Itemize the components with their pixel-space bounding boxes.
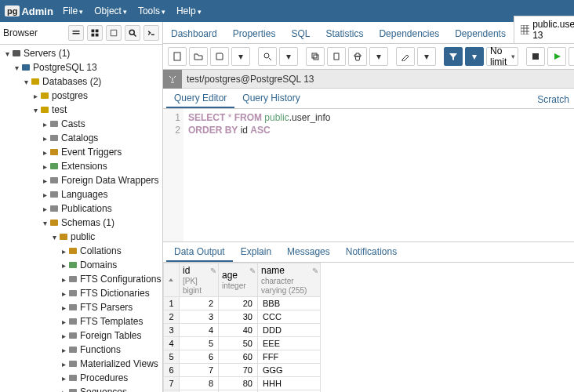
expand-toggle[interactable]: ▸ [60, 374, 67, 383]
cell-age[interactable]: 80 [219, 377, 258, 390]
browser-terminal-icon[interactable] [144, 25, 159, 41]
tab-data-output[interactable]: Data Output [166, 243, 233, 262]
cell-age[interactable]: 40 [219, 324, 258, 337]
copy-button[interactable] [306, 47, 325, 66]
cell-age[interactable]: 30 [219, 310, 258, 324]
table-row[interactable]: 1220BBB [164, 297, 321, 310]
sql-editor[interactable]: 1 2 SELECT * FROM public.user_info ORDER… [163, 109, 574, 242]
expand-toggle[interactable]: ▸ [41, 191, 49, 199]
expand-toggle[interactable]: ▸ [60, 332, 67, 340]
tree-node[interactable]: ▸Languages [0, 187, 162, 201]
table-row[interactable]: 5660FFF [164, 350, 321, 364]
edit-button[interactable] [396, 47, 415, 66]
cell-age[interactable]: 50 [219, 337, 258, 350]
tree-node[interactable]: ▸Procedures [0, 371, 162, 385]
edit-icon[interactable]: ✎ [312, 267, 318, 275]
cell-age[interactable]: 70 [219, 364, 258, 377]
clear-dropdown[interactable]: ▾ [369, 47, 388, 66]
tree-node[interactable]: ▸Event Triggers [0, 145, 162, 159]
row-header[interactable] [164, 263, 180, 297]
clear-button[interactable] [348, 47, 367, 66]
table-row[interactable]: 7880HHH [164, 377, 321, 390]
find-button[interactable] [258, 47, 277, 66]
table-row[interactable]: 3440DDD [164, 324, 321, 337]
execute-button[interactable] [547, 47, 566, 66]
cell-name[interactable]: DDD [258, 324, 321, 337]
tree-node[interactable]: ▸Collations [0, 244, 162, 258]
find-dropdown[interactable]: ▾ [279, 47, 298, 66]
tree-node[interactable]: ▸FTS Configurations [0, 272, 162, 286]
edit-icon[interactable]: ✎ [249, 267, 256, 275]
browser-grid-icon[interactable] [87, 25, 103, 41]
cell-name[interactable]: FFF [258, 350, 321, 364]
execute-dropdown[interactable]: ▾ [569, 47, 574, 66]
expand-toggle[interactable]: ▸ [41, 176, 49, 185]
expand-toggle[interactable]: ▸ [60, 275, 67, 284]
expand-toggle[interactable]: ▸ [60, 388, 67, 393]
expand-toggle[interactable]: ▸ [41, 134, 49, 143]
expand-toggle[interactable]: ▾ [13, 64, 20, 72]
expand-toggle[interactable]: ▸ [60, 247, 67, 256]
cell-name[interactable]: BBB [258, 297, 321, 310]
tree-node[interactable]: ▾Servers (1) [0, 46, 162, 60]
menu-help[interactable]: Help [176, 5, 202, 16]
tree-node[interactable]: ▸Casts [0, 117, 162, 131]
save-button[interactable] [210, 47, 229, 66]
cell-age[interactable]: 60 [219, 350, 258, 364]
tree-node[interactable]: ▾test [0, 103, 162, 117]
tab-messages[interactable]: Messages [279, 243, 338, 262]
expand-toggle[interactable]: ▸ [60, 303, 67, 312]
tree-node[interactable]: ▸FTS Templates [0, 314, 162, 328]
tree-node[interactable]: ▸Materialized Views [0, 357, 162, 371]
data-grid[interactable]: id[PK] bigint✎ageinteger✎namecharacter v… [163, 263, 574, 392]
tab-dashboard[interactable]: Dashboard [163, 24, 225, 43]
filter-dropdown[interactable]: ▾ [465, 47, 484, 66]
filter-button[interactable] [444, 47, 463, 66]
tree-node[interactable]: ▸FTS Parsers [0, 300, 162, 314]
table-row[interactable]: 4550EEE [164, 337, 321, 350]
tab-explain[interactable]: Explain [233, 243, 279, 262]
tab-query-tool[interactable]: public.user_info/test/postgres@PostgreSQ… [514, 16, 574, 43]
cell-id[interactable]: 4 [180, 324, 219, 337]
cell-name[interactable]: HHH [258, 377, 321, 390]
col-header[interactable]: id[PK] bigint✎ [180, 263, 219, 297]
expand-toggle[interactable]: ▸ [60, 360, 67, 368]
expand-toggle[interactable]: ▾ [41, 219, 49, 227]
tree-node[interactable]: ▸Domains [0, 258, 162, 272]
save-dropdown[interactable]: ▾ [231, 47, 250, 66]
editor-code[interactable]: SELECT * FROM public.user_info ORDER BY … [183, 109, 330, 241]
expand-toggle[interactable]: ▸ [60, 289, 67, 298]
cell-id[interactable]: 5 [180, 337, 219, 350]
tab-statistics[interactable]: Statistics [318, 24, 371, 43]
browser-search-icon[interactable] [125, 25, 140, 41]
cell-id[interactable]: 7 [180, 364, 219, 377]
edit-dropdown[interactable]: ▾ [417, 47, 436, 66]
new-file-button[interactable] [168, 47, 187, 66]
connection-icon[interactable] [163, 70, 182, 89]
tree-node[interactable]: ▸Foreign Data Wrappers [0, 173, 162, 187]
menu-file[interactable]: File [63, 5, 83, 16]
stop-button[interactable] [526, 47, 545, 66]
limit-select[interactable]: No limit [486, 47, 518, 66]
browser-properties-icon[interactable] [68, 25, 84, 41]
tree-node[interactable]: ▸Sequences [0, 385, 162, 392]
col-header[interactable]: ageinteger✎ [219, 263, 258, 297]
expand-toggle[interactable]: ▸ [41, 120, 49, 129]
tree-node[interactable]: ▸FTS Dictionaries [0, 286, 162, 300]
expand-toggle[interactable]: ▸ [60, 261, 67, 270]
expand-toggle[interactable]: ▾ [50, 233, 58, 241]
open-file-button[interactable] [189, 47, 208, 66]
tab-query-history[interactable]: Query History [234, 89, 307, 108]
tree-node[interactable]: ▾Databases (2) [0, 74, 162, 89]
tree-node[interactable]: ▸Catalogs [0, 131, 162, 145]
cell-name[interactable]: GGG [258, 364, 321, 377]
tab-properties[interactable]: Properties [225, 24, 284, 43]
edit-icon[interactable]: ✎ [210, 267, 216, 275]
browser-tree[interactable]: ▾Servers (1)▾PostgreSQL 13▾Databases (2)… [0, 45, 162, 392]
cell-id[interactable]: 6 [180, 350, 219, 364]
cell-name[interactable]: CCC [258, 310, 321, 324]
expand-toggle[interactable]: ▾ [3, 49, 11, 58]
tree-node[interactable]: ▸postgres [0, 89, 162, 103]
expand-toggle[interactable]: ▸ [60, 318, 67, 326]
connection-path[interactable]: test/postgres@PostgreSQL 13 [182, 74, 319, 85]
